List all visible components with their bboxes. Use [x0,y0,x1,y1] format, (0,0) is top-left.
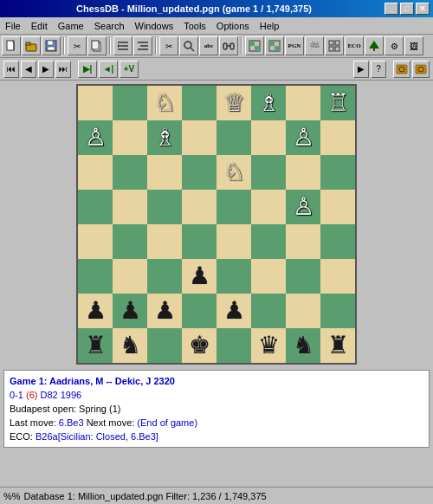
square[interactable]: ♗ [251,86,286,120]
square[interactable] [251,155,286,190]
binoculars-button[interactable] [219,36,238,55]
photo-btn2[interactable] [412,61,430,78]
square[interactable] [182,190,216,224]
outdent-button[interactable] [133,36,152,55]
square[interactable] [182,294,216,328]
square[interactable]: ♛ [251,328,286,363]
maximize-button[interactable]: □ [400,3,414,15]
square[interactable]: ♜ [78,328,113,363]
square[interactable]: ♘ [147,86,182,120]
square[interactable] [286,86,320,120]
img-btn[interactable]: 🖼 [404,36,423,55]
play-back-button[interactable]: ◄| [99,61,118,78]
square[interactable]: ♞ [113,328,147,363]
square[interactable] [216,190,251,224]
square[interactable] [78,259,113,294]
square[interactable] [113,224,147,259]
square[interactable] [147,224,182,259]
square[interactable] [78,155,113,190]
menu-options[interactable]: Options [211,19,255,33]
menu-help[interactable]: Help [255,19,285,33]
square[interactable] [286,259,320,294]
plus-v-button[interactable]: +V [120,61,139,78]
square[interactable] [147,155,182,190]
square[interactable] [78,86,113,120]
tree-btn[interactable] [365,36,384,55]
square[interactable]: ♞ [286,328,320,363]
square[interactable] [78,224,113,259]
save-button[interactable] [42,36,61,55]
eco-btn[interactable]: ECO [345,36,364,55]
square[interactable] [216,259,251,294]
pgn-btn[interactable]: PGN [285,36,304,55]
square[interactable] [251,224,286,259]
square[interactable]: ♕ [216,86,251,120]
minimize-button[interactable]: _ [385,3,398,15]
square[interactable] [113,155,147,190]
board-btn1[interactable] [245,36,264,55]
square[interactable] [182,120,216,155]
square[interactable] [251,259,286,294]
square[interactable]: ♖ [320,86,355,120]
prev-button[interactable]: ◀ [21,61,36,78]
square[interactable] [182,224,216,259]
square[interactable] [251,294,286,328]
menu-tools[interactable]: Tools [178,19,211,33]
go-button[interactable]: ▶ [353,61,369,78]
hint-button[interactable]: ? [371,61,386,78]
open-button[interactable] [22,36,41,55]
square[interactable] [286,294,320,328]
square[interactable] [286,155,320,190]
abc-button[interactable]: abc [199,36,218,55]
menu-search[interactable]: Search [89,19,130,33]
square[interactable] [251,120,286,155]
square[interactable]: ♟ [182,259,216,294]
search-btn[interactable] [179,36,198,55]
square[interactable] [216,120,251,155]
square[interactable]: ♙ [286,190,320,224]
square[interactable]: ♙ [78,120,113,155]
square[interactable]: ♟ [147,294,182,328]
menu-edit[interactable]: Edit [26,19,53,33]
square[interactable] [182,86,216,120]
next-button[interactable]: ▶ [38,61,54,78]
square[interactable]: ♟ [216,294,251,328]
square[interactable] [320,120,355,155]
square[interactable] [216,328,251,363]
new-button[interactable] [2,36,21,55]
grid-btn[interactable] [325,36,344,55]
close-button[interactable]: ✕ [416,3,430,15]
square[interactable]: ♗ [147,120,182,155]
square[interactable] [320,294,355,328]
square[interactable] [113,190,147,224]
menu-file[interactable]: File [0,19,26,33]
play-forward-button[interactable]: ▶| [78,61,97,78]
square[interactable] [113,259,147,294]
chess-board[interactable]: ♘♕♗♖♙♗♙♘♙♟♟♟♟♟♜♞♚♛♞♜ [76,84,357,365]
square[interactable] [320,190,355,224]
indent-button[interactable] [113,36,132,55]
last-button[interactable]: ⏭ [55,61,71,78]
square[interactable] [320,259,355,294]
scissors2-button[interactable]: ✂ [159,36,178,55]
menu-game[interactable]: Game [53,19,89,33]
cut-button[interactable]: ✂ [68,36,87,55]
square[interactable]: ♟ [78,294,113,328]
square[interactable] [251,190,286,224]
copy-button[interactable] [87,36,107,55]
square[interactable] [286,224,320,259]
square[interactable] [113,86,147,120]
engine-btn[interactable]: ⚙ [385,36,404,55]
square[interactable] [113,120,147,155]
square[interactable] [147,259,182,294]
square[interactable] [182,155,216,190]
square[interactable] [216,224,251,259]
square[interactable]: ♜ [320,328,355,363]
photo-btn1[interactable] [393,61,410,78]
square[interactable]: ♙ [286,120,320,155]
menu-windows[interactable]: Windows [130,19,179,33]
board-btn2[interactable] [265,36,284,55]
square[interactable] [320,224,355,259]
square[interactable] [147,190,182,224]
square[interactable]: ♟ [113,294,147,328]
